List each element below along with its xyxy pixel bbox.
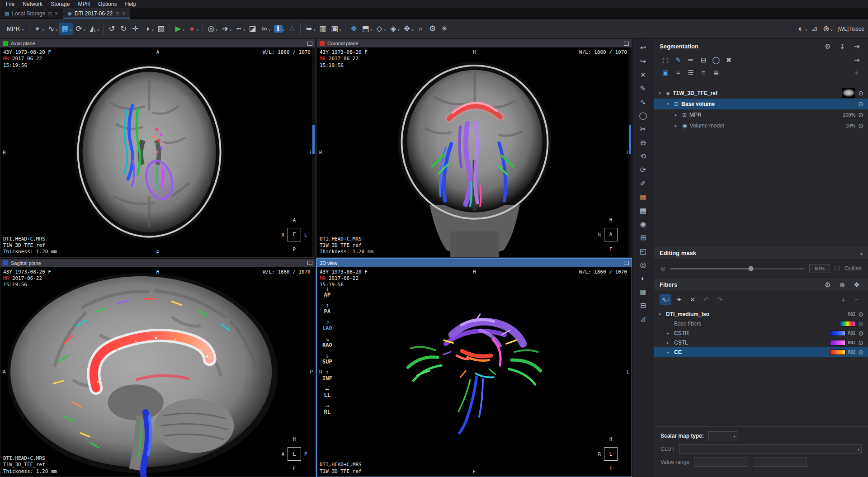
seg-export-button[interactable]: ⇥ (851, 54, 863, 65)
coronal-viewport[interactable]: Coronal plane (316, 39, 632, 258)
view-rl-button[interactable]: →RL (324, 402, 330, 415)
eye-off-icon[interactable] (858, 320, 863, 327)
segmentation-save-button[interactable]: ↧ (836, 41, 848, 52)
seg-list-button[interactable]: ☰ (685, 67, 697, 78)
print-button[interactable]: ▣ (329, 23, 343, 35)
tree-row-base-volume[interactable]: ⊡ Base volume (654, 99, 868, 109)
remove-fiber-bundle-button[interactable]: − (851, 294, 863, 305)
series-strip-button[interactable]: ▥ (317, 23, 329, 35)
view-inf-button[interactable]: ⇑INF (322, 369, 332, 382)
seg-list2-button[interactable]: ≡ (698, 67, 709, 78)
view3d-viewport-titlebar[interactable]: 3D view (317, 259, 632, 267)
rotate-cw-button[interactable]: ⟳ (636, 164, 651, 176)
maximize-viewport-button[interactable] (307, 42, 312, 46)
close-tab-button[interactable]: ✕ (55, 11, 58, 16)
slider-handle[interactable] (749, 266, 754, 271)
pencil-tool-button[interactable]: ✎ (636, 82, 651, 95)
axial-image-area[interactable]: 43Y 1973-08-20 F MR 2017-06-22 15:19:56 … (0, 47, 315, 257)
link-views-button[interactable]: ∞ (259, 23, 272, 35)
curve-tool-button[interactable]: ∿ (46, 23, 59, 35)
eye-icon[interactable] (858, 111, 863, 118)
histogram-button[interactable]: ⊿ (809, 23, 820, 35)
fiber-row-cstl[interactable]: CSTL ROI (654, 338, 868, 347)
seg-copy-button[interactable]: ⊟ (698, 54, 709, 65)
fibers-sphere-button[interactable]: ⊛ (836, 279, 848, 290)
localizer-tool-button[interactable]: ⌖ (32, 23, 45, 35)
volume-render-settings-button[interactable]: ◈ (387, 23, 401, 35)
menu-storage[interactable]: Storage (47, 0, 74, 8)
eye-icon[interactable] (858, 100, 863, 108)
probe-tool-button[interactable]: ◎ (206, 23, 219, 35)
seg-brush2-button[interactable]: ✏ (685, 54, 697, 65)
tab-dti-study[interactable]: ◉ DTI 2017-06-22 ◱ ✕ (63, 8, 131, 19)
fiber-row-cstr[interactable]: CSTR ROI (654, 328, 868, 338)
tree-row-volume-root[interactable]: ◈ T1W_3D_TFE_ref (654, 88, 868, 99)
view-lao-button[interactable]: ⇗LAO (322, 319, 332, 331)
fiber-color-swatch[interactable] (830, 340, 845, 345)
close-tab-button[interactable]: ✕ (122, 11, 126, 16)
tab-local-storage[interactable]: ▤ Local Storage ◱ ✕ (0, 8, 63, 19)
scissors-tool-button[interactable]: ✂ (636, 123, 651, 136)
eye-icon[interactable] (858, 122, 863, 129)
fiber-row-cc[interactable]: CC ROI (654, 347, 868, 357)
menu-file[interactable]: File (2, 0, 19, 8)
picker-tool-button[interactable]: ✐ (636, 177, 651, 190)
add-fiber-bundle-button[interactable]: + (837, 294, 849, 305)
seg-sphere-button[interactable]: ◯ (710, 54, 722, 65)
undo-button[interactable]: ↺ (106, 23, 118, 35)
flip-tool-button[interactable]: ◭ (87, 23, 100, 35)
export-arrow-button[interactable]: ➔ (219, 23, 233, 35)
slice-scrollbar-handle[interactable] (312, 125, 315, 154)
fiber-row-base-fibers[interactable]: Base fibers (654, 319, 868, 328)
erase-tool-button[interactable]: ✕ (636, 69, 651, 81)
tree-row-dti-medium-iso[interactable]: DTI_medium_Iso ROI (654, 309, 868, 319)
seg-target-button[interactable]: ⌖ (851, 67, 863, 78)
fiber-wand-button[interactable]: ✦ (673, 294, 685, 305)
value-range-max-input[interactable] (753, 458, 807, 467)
expand-button[interactable]: ◰ (636, 245, 651, 258)
freeze-button[interactable]: ✳ (439, 23, 450, 35)
coronal-image-area[interactable]: 43Y 1973-08-20 F MR 2017-06-22 15:19:56 … (317, 47, 632, 257)
menu-mpr[interactable]: MPR (74, 0, 94, 8)
value-range-min-input[interactable] (694, 458, 748, 467)
fibers-model-button[interactable]: ❖ (851, 279, 863, 290)
chevron-down-icon[interactable] (659, 312, 663, 316)
settings-button[interactable]: ⚙ (427, 23, 438, 35)
reset-view-button[interactable]: ↻ (118, 23, 129, 35)
view3d-image-area[interactable]: 43Y 1973-08-20 F MR 2017-06-22 15:19:56 … (317, 267, 632, 477)
fiber-color-swatch[interactable] (830, 331, 845, 336)
tiles-button[interactable]: ⊟ (636, 299, 651, 312)
cine-reel-button[interactable]: ▤ (636, 204, 651, 217)
fibers-header[interactable]: Fibers ⚙⊛❖ (654, 278, 868, 291)
annotations-button[interactable]: ℹ (273, 23, 286, 35)
window-level-preset-label[interactable]: [WL]Tissue (837, 26, 864, 32)
maximize-viewport-button[interactable] (307, 261, 312, 265)
volume-box-button[interactable]: ◇ (374, 23, 387, 35)
view-pa-button[interactable]: ↑PA (324, 302, 330, 315)
outline-checkbox[interactable] (835, 266, 840, 271)
view-ap-button[interactable]: ↓AP (324, 285, 330, 298)
view-sup-button[interactable]: ⇓SUP (322, 352, 332, 365)
mask-grid-button[interactable]: ▩ (636, 191, 651, 203)
eye-icon[interactable] (858, 330, 863, 337)
editing-mask-header[interactable]: Editing mask (654, 246, 868, 260)
record-button[interactable]: ● (186, 23, 200, 35)
profile-contrast-button[interactable]: ◐ (795, 23, 808, 35)
eye-icon[interactable] (858, 311, 863, 318)
fiber-remove-button[interactable]: ✕ (687, 294, 698, 305)
sagittal-viewport-titlebar[interactable]: Sagittal plane (0, 259, 315, 267)
fiber-color-swatch[interactable] (840, 321, 855, 326)
axial-viewport[interactable]: Axial plane (0, 39, 316, 258)
view3d-viewport[interactable]: 3D view (316, 259, 632, 477)
layout-button[interactable]: ▦ (59, 23, 73, 35)
layers-button[interactable]: ⊞ (636, 231, 651, 244)
eye-icon[interactable] (858, 90, 863, 97)
volume-3d-button[interactable]: ❖ (348, 23, 359, 35)
coronal-viewport-titlebar[interactable]: Coronal plane (317, 39, 632, 47)
fibers-settings-button[interactable]: ⚙ (822, 279, 834, 290)
slice-scrollbar-handle[interactable] (629, 125, 631, 154)
maximize-viewport-button[interactable] (624, 42, 629, 46)
tree-row-mpr[interactable]: ⊞ MPR 100% (654, 109, 868, 120)
maximize-viewport-button[interactable] (624, 261, 629, 265)
slab-button[interactable]: ▧ (156, 23, 167, 35)
